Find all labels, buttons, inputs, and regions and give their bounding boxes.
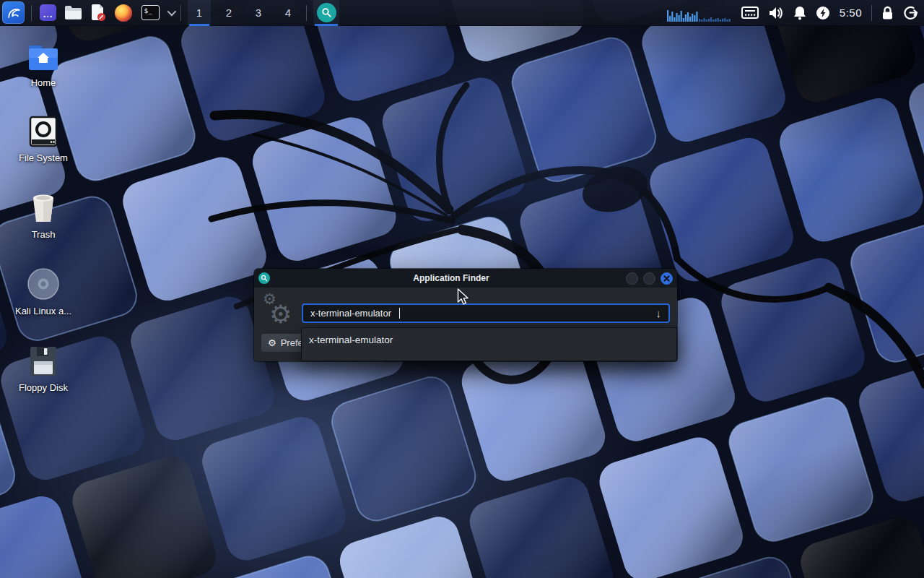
- application-finder-icon: [258, 272, 270, 284]
- workspace-4-button[interactable]: 4: [276, 0, 300, 26]
- floppy-disk-icon: [28, 342, 58, 377]
- firefox-icon: [115, 4, 132, 22]
- desktop-icon-trash[interactable]: Trash: [10, 189, 77, 240]
- taskbar-application-finder[interactable]: [313, 0, 339, 26]
- maximize-button[interactable]: [643, 272, 655, 285]
- kali-logo-icon: [6, 5, 22, 21]
- window-title: Application Finder: [283, 273, 619, 283]
- dropdown-arrow-icon[interactable]: ↓: [656, 307, 662, 319]
- workspace-1-button[interactable]: 1: [188, 0, 211, 26]
- panel-separator: [180, 5, 181, 21]
- desktop-icon-label: Floppy Disk: [19, 382, 68, 393]
- text-caret: [399, 308, 401, 319]
- folder-icon: [64, 5, 82, 20]
- desktop: Home File System Trash: [0, 0, 924, 578]
- lock-screen-icon[interactable]: [881, 6, 894, 20]
- launcher-text-editor[interactable]: [89, 4, 108, 22]
- cd-disc-icon: [27, 266, 60, 301]
- notifications-bell-icon[interactable]: [793, 6, 806, 20]
- gear-icon: ⚙: [268, 337, 276, 348]
- volume-icon[interactable]: [768, 6, 784, 20]
- close-icon: [663, 275, 670, 282]
- desktop-icon-home[interactable]: Home: [10, 38, 77, 88]
- document-icon: [90, 4, 106, 22]
- completion-item[interactable]: x-terminal-emulator: [302, 333, 676, 347]
- desktop-icon-file-system[interactable]: File System: [10, 113, 77, 163]
- search-icon: [317, 3, 336, 22]
- terminal-icon: $_: [141, 5, 160, 20]
- workspace-2-button[interactable]: 2: [217, 0, 240, 26]
- trash-can-icon: [28, 189, 58, 224]
- workspace-3-button[interactable]: 3: [247, 0, 270, 26]
- launcher-web-browser[interactable]: [114, 4, 133, 22]
- chevron-down-icon[interactable]: [167, 7, 177, 17]
- search-input[interactable]: x-terminal-emulator ↓: [302, 303, 670, 323]
- top-panel: $_ 1 2 3 4: [0, 0, 924, 26]
- power-manager-icon[interactable]: [816, 6, 830, 20]
- launcher-terminal[interactable]: $_: [139, 4, 161, 22]
- search-query-text: x-terminal-emulator: [310, 308, 391, 319]
- minimize-button[interactable]: [626, 272, 638, 285]
- desktop-icon-label: Trash: [32, 229, 56, 240]
- gears-icon: ⚙ ⚙: [261, 289, 299, 329]
- panel-separator: [306, 5, 307, 21]
- panel-separator: [871, 5, 872, 21]
- launcher-app-window[interactable]: [38, 4, 57, 22]
- titlebar[interactable]: Application Finder: [254, 269, 677, 288]
- applications-menu-button[interactable]: [2, 1, 25, 24]
- clock[interactable]: 5:50: [840, 7, 862, 19]
- keyboard-indicator-icon[interactable]: [741, 7, 759, 19]
- desktop-icon-kali-cd[interactable]: Kali Linux a...: [10, 266, 77, 316]
- desktop-icon-label: Home: [31, 77, 56, 88]
- desktop-icon-floppy[interactable]: Floppy Disk: [10, 342, 77, 393]
- application-finder-window: Application Finder ⚙ ⚙ x-terminal-emulat…: [254, 269, 677, 361]
- home-folder-icon: [27, 38, 60, 72]
- completion-popup: x-terminal-emulator: [301, 327, 677, 361]
- launcher-file-manager[interactable]: [64, 4, 82, 22]
- panel-separator: [31, 5, 32, 21]
- active-window-underline: [315, 24, 338, 26]
- active-workspace-underline: [189, 24, 209, 26]
- window-app-icon: [40, 4, 56, 21]
- cpu-graph[interactable]: [666, 3, 732, 23]
- desktop-icon-label: Kali Linux a...: [15, 306, 71, 316]
- hard-drive-icon: [28, 113, 58, 147]
- desktop-icon-label: File System: [19, 152, 68, 163]
- logout-icon[interactable]: [903, 5, 918, 20]
- close-button[interactable]: [661, 272, 673, 285]
